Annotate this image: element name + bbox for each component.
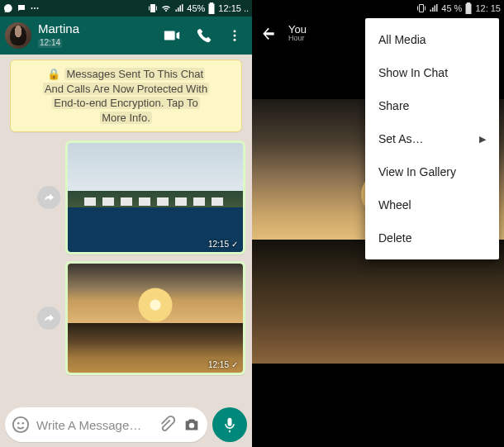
svg-point-2 — [37, 7, 39, 9]
svg-point-5 — [234, 39, 236, 41]
photo-harbor: 12:15✓ — [68, 143, 243, 252]
battery-icon — [464, 2, 473, 14]
svg-point-8 — [21, 422, 24, 425]
battery-pct: 45 % — [441, 3, 462, 13]
menu-item-all-media[interactable]: All Media — [365, 23, 499, 56]
overflow-menu: All Media Show In Chat Share Set As…▶ Vi… — [365, 18, 499, 259]
chat-icon — [17, 3, 26, 13]
enc-line: End-to-end Encryption. Tap To — [52, 97, 199, 109]
chat-app-bar: Martina 12:14 — [0, 17, 252, 55]
avatar[interactable] — [5, 22, 31, 49]
menu-item-share[interactable]: Share — [365, 89, 499, 122]
media-viewer-pane: 45 % 12: 15 You Hour All Media Show In C… — [252, 0, 504, 447]
whatsapp-chat-pane: 45% 12:15 .. Martina 12:14 🔒 Messages Se… — [0, 0, 252, 447]
overflow-icon[interactable] — [227, 27, 242, 44]
video-call-icon[interactable] — [163, 26, 181, 45]
back-icon[interactable] — [260, 25, 277, 41]
vibrate-icon — [416, 3, 426, 13]
svg-point-4 — [234, 35, 236, 37]
input-placeholder: Write A Message… — [36, 418, 141, 432]
signal-icon — [174, 3, 184, 13]
wifi-icon — [160, 3, 172, 13]
menu-item-view-gallery[interactable]: View In Gallery — [365, 155, 499, 188]
message-timestamp: 12:15✓ — [208, 360, 238, 369]
forward-icon — [42, 311, 55, 325]
input-bar: Write A Message… — [5, 407, 247, 442]
lock-icon: 🔒 — [47, 68, 60, 80]
status-bar-right: 45 % 12: 15 — [252, 0, 504, 17]
voice-call-icon[interactable] — [196, 27, 212, 44]
svg-point-0 — [31, 7, 33, 9]
message-row: 12:15✓ — [7, 261, 245, 375]
emoji-icon[interactable] — [12, 416, 30, 434]
enc-line: More Info. — [100, 112, 152, 124]
messenger-icon — [3, 3, 13, 13]
forward-button[interactable] — [37, 307, 60, 330]
svg-point-3 — [234, 30, 236, 32]
menu-item-set-as[interactable]: Set As…▶ — [365, 122, 499, 155]
menu-item-delete[interactable]: Delete — [365, 221, 499, 254]
menu-item-wheel[interactable]: Wheel — [365, 188, 499, 221]
image-message-bubble[interactable]: 12:15✓ — [65, 140, 245, 254]
image-message-bubble[interactable]: 12:15✓ — [65, 261, 245, 375]
photo-sunset: 12:15✓ — [68, 264, 243, 373]
encryption-notice[interactable]: 🔒 Messages Sent To This Chat And Calls A… — [10, 59, 242, 132]
message-timestamp: 12:15✓ — [208, 240, 238, 249]
last-seen: 12:14 — [38, 39, 62, 48]
signal-icon — [429, 3, 439, 13]
svg-point-1 — [34, 7, 36, 9]
menu-item-show-in-chat[interactable]: Show In Chat — [365, 56, 499, 89]
clock-dots: .. — [244, 3, 249, 13]
vibrate-icon — [148, 3, 158, 13]
svg-point-9 — [189, 423, 194, 428]
mic-button[interactable] — [212, 407, 247, 442]
svg-point-6 — [13, 417, 28, 432]
forward-button[interactable] — [37, 186, 60, 209]
svg-point-7 — [17, 422, 20, 425]
more-icon — [30, 3, 40, 13]
mic-icon — [221, 416, 238, 433]
media-viewer-title: You Hour — [288, 24, 307, 42]
chat-title-block[interactable]: Martina 12:14 — [38, 22, 79, 50]
status-bar-left: 45% 12:15 .. — [0, 0, 252, 17]
clock: 12: 15 — [475, 3, 501, 13]
chevron-right-icon: ▶ — [479, 134, 486, 145]
battery-icon — [207, 2, 216, 14]
battery-pct: 45% — [187, 3, 205, 13]
forward-icon — [42, 191, 55, 204]
camera-icon[interactable] — [183, 416, 201, 434]
media-time: Hour — [288, 35, 307, 42]
enc-line: Messages Sent To This Chat — [64, 68, 205, 80]
enc-line: And Calls Are Now Protected With — [43, 83, 209, 95]
message-row: 12:15✓ — [7, 140, 245, 254]
clock: 12:15 — [218, 3, 241, 13]
contact-name: Martina — [38, 22, 79, 36]
attach-icon[interactable] — [158, 416, 176, 434]
message-input[interactable]: Write A Message… — [5, 407, 207, 442]
chat-scroll-area[interactable]: 🔒 Messages Sent To This Chat And Calls A… — [0, 55, 252, 404]
